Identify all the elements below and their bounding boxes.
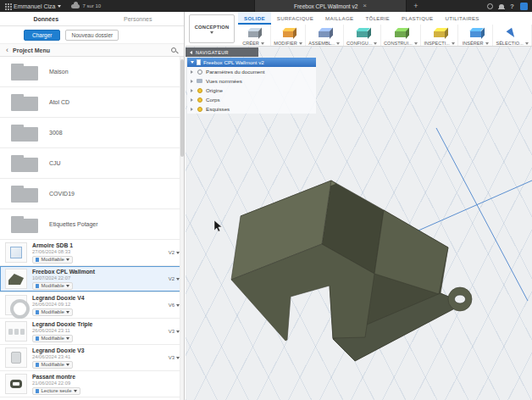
file-row[interactable]: Legrand Dooxie V4 26/06/2024 09:12 Modif…	[0, 292, 184, 319]
ribbon-tab[interactable]: PLASTIQUE	[396, 12, 439, 25]
job-status-icon[interactable]	[487, 3, 493, 9]
version-dropdown[interactable]: V3	[169, 329, 180, 334]
file-list: Armoire SDB 1 27/06/2024 08:33 Modifiabl…	[0, 240, 184, 397]
access-dropdown[interactable]: Modifiable	[32, 308, 73, 316]
file-row[interactable]: Armoire SDB 1 27/06/2024 08:33 Modifiabl…	[0, 240, 184, 266]
file-info: Legrand Dooxie V4 26/06/2024 09:12 Modif…	[32, 295, 179, 316]
upload-button[interactable]: Charger	[24, 30, 60, 41]
new-tab-button[interactable]	[410, 0, 422, 12]
file-date: 21/06/2024 22:09	[32, 381, 179, 386]
expand-arrow-icon[interactable]	[191, 98, 193, 102]
ribbon-tab[interactable]: SURFACIQUE	[271, 12, 319, 25]
app-grid-icon[interactable]	[5, 3, 7, 5]
browser-row[interactable]: Esquisses	[187, 104, 316, 114]
expand-arrow-icon[interactable]	[191, 80, 193, 83]
ribbon-tab[interactable]: UTILITAIRES	[439, 12, 485, 25]
account-menu[interactable]: Emmanuel Ciza	[14, 3, 61, 9]
tool-group-label-text: CRÉER	[242, 41, 259, 46]
ribbon-toolbar: CONCEPTION SOLIDE SURFACIQUE MAILLAGE TÔ…	[186, 12, 532, 47]
folder-row[interactable]: Atol CD	[0, 87, 184, 118]
browser-row[interactable]: Corps	[187, 95, 316, 104]
folder-list: Maison Atol CD 3008 CJU	[0, 57, 184, 240]
file-row[interactable]: Legrand Dooxie V3 24/06/2024 23:41 Modif…	[0, 345, 184, 371]
notifications-bell-icon[interactable]	[499, 4, 504, 8]
access-dropdown[interactable]: Modifiable	[32, 361, 73, 369]
folder-row[interactable]: 3008	[0, 118, 184, 148]
navigator-title: NAVIGATEUR	[196, 50, 229, 55]
navigator-header-bar[interactable]: NAVIGATEUR	[186, 47, 258, 57]
tool-group-label: ASSEMBL...	[308, 41, 340, 46]
expand-arrow-icon[interactable]	[191, 108, 193, 111]
tree-node-icon[interactable]	[197, 97, 202, 103]
file-row[interactable]: Legrand Dooxie Triple 26/06/2024 23:11 M…	[0, 319, 184, 345]
close-icon[interactable]	[363, 3, 367, 9]
browser-root-row[interactable]: Freebox CPL Wallmont v2	[187, 58, 316, 67]
project-item-list: Maison Atol CD 3008 CJU	[0, 57, 184, 400]
tool-icon	[248, 31, 259, 37]
tree-node-icon[interactable]	[197, 78, 202, 84]
folder-row[interactable]: COVID19	[0, 179, 184, 209]
topbar-right-icons	[487, 0, 528, 12]
chevron-down-icon	[210, 31, 213, 34]
browser-row[interactable]: Paramètres du document	[187, 67, 316, 76]
tool-group[interactable]: INSPECTI...	[421, 25, 458, 46]
tool-group-label-text: CONSTRUI...	[384, 41, 413, 46]
tool-group[interactable]: CONSTRUI...	[381, 25, 421, 46]
access-dropdown[interactable]: Modifiable	[32, 335, 73, 342]
file-row[interactable]: Passant montre 21/06/2024 22:09 Lecture …	[0, 371, 184, 397]
version-dropdown[interactable]: V2	[169, 276, 180, 281]
viewport[interactable]: NAVIGATEUR Freebox CPL Wallmont v2 Param…	[186, 47, 532, 400]
folder-row[interactable]: CJU	[0, 148, 184, 179]
tool-group[interactable]: MODIFIER	[271, 25, 306, 46]
version-dropdown[interactable]: V6	[169, 303, 180, 308]
version-dropdown[interactable]: V2	[169, 250, 180, 255]
tool-group[interactable]: CONFIGU...	[344, 25, 381, 46]
file-info: Legrand Dooxie V3 24/06/2024 23:41 Modif…	[32, 347, 179, 369]
ribbon-tab[interactable]: TÔLERIE	[359, 12, 396, 25]
tree-node-icon[interactable]	[197, 87, 202, 93]
tool-group[interactable]: SÉLECTIO...	[493, 25, 532, 46]
ribbon-tab[interactable]: SOLIDE	[238, 12, 271, 25]
help-icon[interactable]	[510, 3, 514, 10]
expand-arrow-icon[interactable]	[191, 89, 193, 92]
tree-node-icon[interactable]	[197, 69, 202, 75]
search-icon[interactable]	[171, 47, 176, 53]
profile-avatar[interactable]	[520, 3, 528, 10]
ribbon-tabs: SOLIDE SURFACIQUE MAILLAGE TÔLERIE PLAST…	[238, 12, 485, 25]
folder-row[interactable]: Maison	[0, 57, 184, 87]
folder-row[interactable]: Etiquettes Potager	[0, 209, 184, 240]
version-dropdown[interactable]: V3	[169, 355, 180, 360]
file-name: Armoire SDB 1	[32, 242, 179, 248]
tool-group[interactable]: CRÉER	[236, 25, 271, 46]
ribbon-tab[interactable]: MAILLAGE	[319, 12, 359, 25]
expand-arrow-icon[interactable]	[191, 70, 193, 74]
file-name: Freebox CPL Wallmont	[32, 269, 179, 275]
workspace-selector[interactable]: CONCEPTION	[189, 14, 235, 43]
scrollbar[interactable]	[180, 57, 184, 400]
back-icon[interactable]	[6, 47, 8, 54]
access-dropdown[interactable]: Modifiable	[32, 282, 73, 290]
tree-node-icon[interactable]	[197, 106, 202, 112]
chevron-down-icon	[485, 42, 489, 45]
tool-group[interactable]: ASSEMBL...	[306, 25, 344, 46]
file-name: Legrand Dooxie Triple	[32, 321, 179, 327]
scrollbar-thumb[interactable]	[180, 59, 184, 157]
browser-row[interactable]: Vues nommées	[187, 76, 316, 86]
document-tab[interactable]: Freebox CPL Wallmont v2	[254, 0, 407, 12]
file-row[interactable]: Freebox CPL Wallmont 10/07/2024 22:07 Mo…	[0, 266, 184, 292]
cloud-storage-status[interactable]: 7 sur 10	[71, 3, 101, 8]
browser-row[interactable]: Origine	[187, 86, 316, 95]
access-dropdown[interactable]: Lecture seule	[32, 387, 80, 395]
tool-group-label: CONFIGU...	[346, 41, 377, 46]
panel-tab[interactable]: Données	[0, 12, 92, 25]
access-label: Modifiable	[42, 336, 64, 341]
tool-group[interactable]: INSÉRER	[458, 25, 493, 46]
version-label: V3	[169, 329, 175, 334]
chevron-down-icon	[74, 390, 77, 392]
document-icon	[36, 310, 39, 314]
document-icon	[197, 59, 201, 65]
file-info: Freebox CPL Wallmont 10/07/2024 22:07 Mo…	[32, 269, 179, 290]
panel-tab[interactable]: Personnes	[92, 12, 185, 25]
new-folder-button[interactable]: Nouveau dossier	[65, 30, 119, 41]
access-dropdown[interactable]: Modifiable	[32, 256, 73, 264]
